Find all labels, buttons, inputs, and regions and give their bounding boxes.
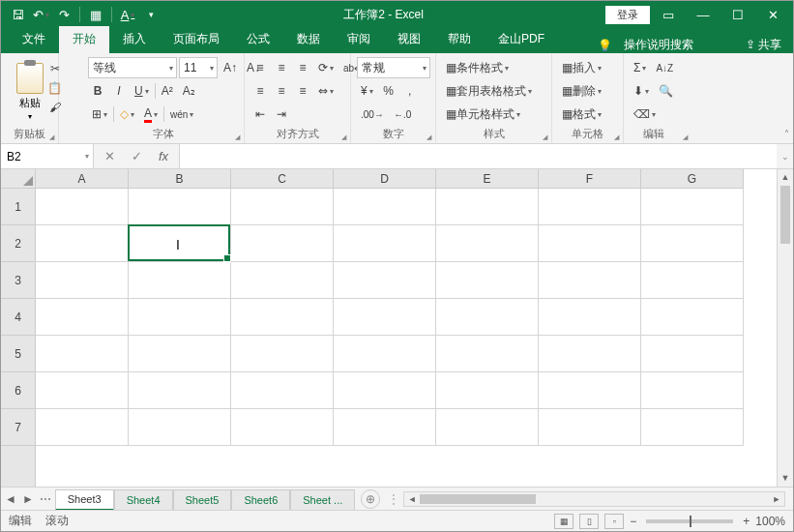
undo-button[interactable]: ↶	[30, 4, 51, 25]
cell[interactable]	[436, 336, 539, 372]
qat-customize-icon[interactable]: ▾	[140, 4, 162, 25]
scroll-up-icon[interactable]: ▲	[778, 169, 793, 186]
cell[interactable]	[129, 372, 231, 409]
tab-scroll-left-icon[interactable]: ◄	[5, 492, 16, 506]
zoom-in-button[interactable]: +	[743, 515, 750, 528]
insert-cells-button[interactable]: ▦ 插入	[558, 58, 605, 77]
tab-数据[interactable]: 数据	[283, 26, 334, 53]
cell[interactable]	[334, 262, 436, 299]
hscroll-thumb[interactable]	[420, 494, 536, 504]
hscroll-right-icon[interactable]: ►	[769, 494, 784, 504]
qat-font-color-icon[interactable]: A	[117, 4, 138, 25]
cell[interactable]	[539, 299, 641, 336]
fill-color-button[interactable]: ◇	[116, 104, 138, 124]
find-button[interactable]: 🔍	[655, 81, 677, 101]
cell[interactable]	[641, 372, 744, 409]
cell[interactable]	[231, 299, 334, 336]
ribbon-display-icon[interactable]: ▭	[652, 2, 685, 27]
col-header[interactable]: B	[129, 169, 231, 188]
scroll-thumb[interactable]	[780, 186, 790, 244]
new-sheet-button[interactable]: ⊕	[361, 489, 380, 509]
decrease-decimal-icon[interactable]: ←.0	[390, 104, 415, 124]
percent-icon[interactable]: %	[379, 81, 398, 101]
sheet-tab[interactable]: Sheet5	[173, 489, 232, 511]
row-header[interactable]: 1	[1, 189, 35, 225]
cell[interactable]	[231, 225, 334, 262]
autosum-button[interactable]: Σ	[630, 58, 650, 77]
tell-me-search[interactable]: 操作说明搜索	[624, 37, 693, 53]
cell[interactable]	[334, 409, 436, 446]
tab-文件[interactable]: 文件	[9, 26, 59, 53]
increase-decimal-icon[interactable]: .00→	[357, 104, 388, 124]
underline-button[interactable]: U	[131, 81, 153, 101]
cell[interactable]	[334, 372, 436, 409]
row-header[interactable]: 7	[1, 409, 35, 446]
scroll-down-icon[interactable]: ▼	[778, 470, 793, 487]
page-break-view-icon[interactable]: ▫	[604, 514, 624, 529]
cell[interactable]	[36, 225, 129, 262]
align-left-icon[interactable]: ≡	[250, 81, 270, 101]
cell[interactable]	[436, 409, 539, 446]
currency-icon[interactable]: ¥	[357, 81, 377, 101]
font-name-combo[interactable]: 等线	[88, 57, 177, 78]
sheet-tab[interactable]: Sheet ...	[290, 489, 355, 511]
cell[interactable]	[334, 225, 436, 262]
cell[interactable]	[641, 262, 744, 299]
number-format-combo[interactable]: 常规	[357, 57, 430, 78]
col-header[interactable]: F	[539, 169, 641, 188]
cell[interactable]	[436, 299, 539, 336]
zoom-out-button[interactable]: −	[630, 515, 636, 528]
row-header[interactable]: 3	[1, 262, 35, 299]
row-header[interactable]: 2	[1, 225, 35, 262]
cell[interactable]	[36, 189, 129, 225]
tab-金山PDF[interactable]: 金山PDF	[485, 26, 558, 53]
minimize-button[interactable]: —	[687, 2, 720, 27]
cell[interactable]	[36, 299, 129, 336]
cell[interactable]	[231, 189, 334, 225]
tab-公式[interactable]: 公式	[233, 26, 283, 53]
cell[interactable]	[641, 299, 744, 336]
italic-button[interactable]: I	[109, 81, 129, 101]
cell[interactable]	[129, 409, 231, 446]
font-color-button[interactable]: A	[140, 104, 162, 124]
increase-indent-icon[interactable]: ⇥	[272, 104, 291, 124]
tab-帮助[interactable]: 帮助	[434, 26, 485, 53]
cell[interactable]	[641, 225, 744, 262]
cell[interactable]	[36, 262, 129, 299]
collapse-ribbon-icon[interactable]: ˄	[784, 129, 789, 139]
col-header[interactable]: D	[334, 169, 436, 188]
cell[interactable]	[641, 336, 744, 372]
merge-cells-icon[interactable]: ⇔	[314, 81, 338, 101]
save-icon[interactable]: 🖫	[7, 4, 28, 25]
cell[interactable]	[436, 225, 539, 262]
copy-icon[interactable]: 📋	[44, 78, 66, 98]
row-header[interactable]: 4	[1, 299, 35, 336]
sheet-tab[interactable]: Sheet6	[231, 489, 290, 511]
cell[interactable]	[436, 372, 539, 409]
tab-list-icon[interactable]: ⋯	[40, 492, 51, 506]
cell[interactable]	[539, 225, 641, 262]
subscript-button[interactable]: A₂	[179, 81, 199, 101]
fill-button[interactable]: ⬇	[630, 81, 653, 101]
delete-cells-button[interactable]: ▦ 删除	[558, 81, 605, 101]
format-as-table-button[interactable]: ▦ 套用表格格式	[442, 81, 536, 101]
column-headers[interactable]: ABCDEFG	[36, 169, 744, 189]
align-top-icon[interactable]: ≡	[250, 58, 270, 77]
col-header[interactable]: G	[641, 169, 744, 188]
row-header[interactable]: 5	[1, 336, 35, 372]
align-bottom-icon[interactable]: ≡	[293, 58, 312, 77]
cell[interactable]	[539, 409, 641, 446]
format-painter-icon[interactable]: 🖌	[44, 98, 66, 117]
zoom-slider[interactable]	[646, 519, 733, 523]
phonetic-button[interactable]: wén	[166, 104, 197, 124]
cell[interactable]	[539, 372, 641, 409]
align-right-icon[interactable]: ≡	[293, 81, 312, 101]
cell[interactable]	[539, 262, 641, 299]
normal-view-icon[interactable]: ▦	[554, 514, 573, 529]
expand-formula-bar-icon[interactable]: ⌄	[777, 152, 793, 162]
row-header[interactable]: 6	[1, 372, 35, 409]
clear-button[interactable]: ⌫	[630, 104, 660, 124]
close-button[interactable]: ✕	[756, 2, 789, 27]
cell[interactable]	[36, 372, 129, 409]
qat-table-icon[interactable]: ▦	[85, 4, 106, 25]
